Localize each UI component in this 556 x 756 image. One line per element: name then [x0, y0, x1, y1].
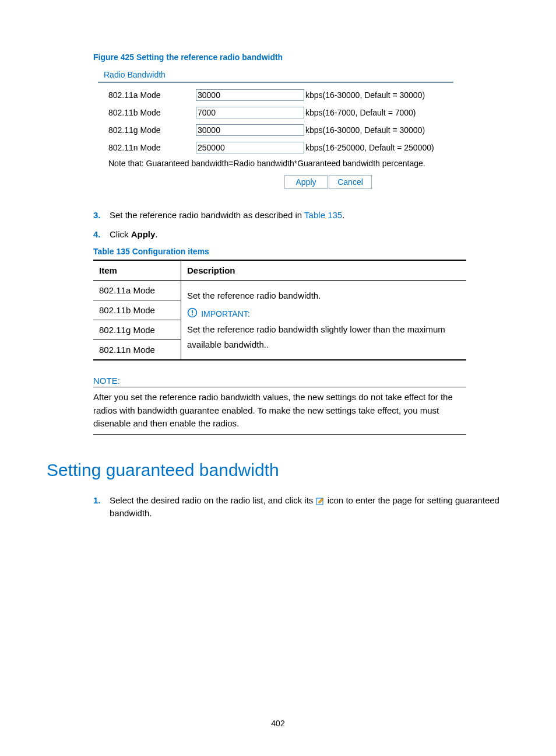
note-section: NOTE: After you set the reference radio …	[93, 376, 466, 435]
step-text: .	[342, 210, 344, 220]
step-number: 1.	[93, 494, 110, 520]
step-bold: Apply	[131, 229, 156, 239]
table-desc-cell: Set the reference radio bandwidth. IMPOR…	[181, 281, 467, 360]
desc-line: Set the reference radio bandwidth slight…	[187, 322, 460, 352]
table-caption: Table 135 Configuration items	[93, 247, 509, 256]
row-label: 802.11a Mode	[98, 90, 196, 100]
row-label: 802.11b Mode	[98, 108, 196, 117]
cancel-button[interactable]: Cancel	[329, 175, 372, 189]
page-number: 402	[47, 719, 509, 728]
th-item: Item	[93, 260, 181, 281]
input-11b[interactable]	[196, 107, 304, 118]
step-number: 3.	[93, 209, 110, 222]
section-heading: Setting guaranteed bandwidth	[47, 460, 509, 480]
row-11g: 802.11g Mode kbps(16-30000, Default = 30…	[98, 121, 453, 139]
row-label: 802.11n Mode	[98, 143, 196, 152]
divider	[98, 82, 453, 83]
input-11g[interactable]	[196, 124, 304, 136]
table-row: 802.11b Mode	[93, 300, 181, 320]
figure-caption: Figure 425 Setting the reference radio b…	[93, 52, 509, 62]
formula-note: Note that: Guaranteed bandwidth=Radio ba…	[98, 156, 453, 173]
row-11n: 802.11n Mode kbps(16-250000, Default = 2…	[98, 139, 453, 156]
row-hint: kbps(16-30000, Default = 30000)	[304, 125, 425, 135]
note-body: After you set the reference radio bandwi…	[93, 387, 466, 435]
edit-icon	[316, 495, 325, 505]
step-text: .	[155, 229, 157, 239]
radio-bandwidth-panel: Radio Bandwidth 802.11a Mode kbps(16-300…	[98, 70, 453, 191]
panel-title: Radio Bandwidth	[104, 70, 453, 79]
step-4: 4. Click Apply.	[93, 228, 509, 242]
table-link[interactable]: Table 135	[304, 210, 342, 220]
row-hint: kbps(16-30000, Default = 30000)	[304, 90, 425, 100]
step-text: Set the reference radio bandwidth as des…	[110, 210, 304, 220]
row-hint: kbps(16-7000, Default = 7000)	[304, 108, 416, 117]
svg-rect-1	[192, 310, 193, 313]
step-text: Click	[110, 229, 131, 239]
table-row: 802.11g Mode	[93, 320, 181, 340]
config-table: Item Description 802.11a Mode Set the re…	[93, 260, 466, 360]
step-3: 3. Set the reference radio bandwidth as …	[93, 209, 509, 222]
row-11a: 802.11a Mode kbps(16-30000, Default = 30…	[98, 86, 453, 104]
row-hint: kbps(16-250000, Default = 250000)	[304, 143, 434, 152]
step-text: Select the desired radio on the radio li…	[110, 495, 316, 505]
important-icon	[187, 307, 198, 323]
apply-button[interactable]: Apply	[284, 175, 328, 189]
svg-rect-2	[192, 314, 193, 315]
row-11b: 802.11b Mode kbps(16-7000, Default = 700…	[98, 104, 453, 121]
desc-line: Set the reference radio bandwidth.	[187, 288, 460, 303]
th-desc: Description	[181, 260, 467, 281]
important-label: IMPORTANT:	[201, 309, 250, 318]
row-label: 802.11g Mode	[98, 125, 196, 135]
input-11a[interactable]	[196, 89, 304, 101]
table-row: 802.11n Mode	[93, 340, 181, 360]
table-row: 802.11a Mode	[93, 281, 181, 300]
input-11n[interactable]	[196, 142, 304, 153]
note-head: NOTE:	[93, 376, 466, 387]
step-1: 1. Select the desired radio on the radio…	[93, 494, 509, 520]
step-number: 4.	[93, 228, 110, 242]
